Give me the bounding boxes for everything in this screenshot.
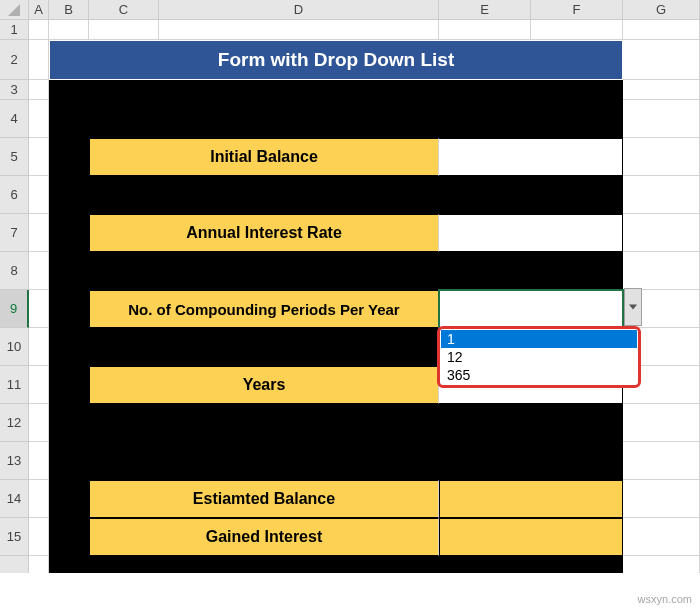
cell-B11[interactable] — [49, 366, 89, 404]
input-annual-rate[interactable] — [439, 214, 623, 252]
cell-F1[interactable] — [531, 20, 623, 40]
cell-Grem[interactable] — [623, 556, 700, 573]
cell-G4[interactable] — [623, 100, 700, 138]
input-compounding[interactable] — [439, 290, 623, 328]
cell-G3[interactable] — [623, 80, 700, 100]
row-header-rem[interactable] — [0, 556, 29, 573]
cell-Arem[interactable] — [29, 556, 49, 573]
col-header-A[interactable]: A — [29, 0, 49, 20]
dropdown-option-1[interactable]: 1 — [441, 330, 637, 348]
cell-B1[interactable] — [49, 20, 89, 40]
output-gained-interest[interactable] — [439, 518, 623, 556]
cell-B14[interactable] — [49, 480, 89, 518]
row-header-10[interactable]: 10 — [0, 328, 29, 366]
dropdown-option-12[interactable]: 12 — [441, 348, 637, 366]
cell-G12[interactable] — [623, 404, 700, 442]
cell-B3-F3[interactable] — [49, 80, 623, 100]
cell-D1[interactable] — [159, 20, 439, 40]
cell-B4-F4[interactable] — [49, 100, 623, 138]
cell-A15[interactable] — [29, 518, 49, 556]
row-5: 5 Initial Balance — [0, 138, 700, 176]
cell-G8[interactable] — [623, 252, 700, 290]
row-header-3[interactable]: 3 — [0, 80, 29, 100]
cell-G14[interactable] — [623, 480, 700, 518]
label-annual-rate[interactable]: Annual Interest Rate — [89, 214, 439, 252]
label-years[interactable]: Years — [89, 366, 439, 404]
cell-A13[interactable] — [29, 442, 49, 480]
row-12: 12 — [0, 404, 700, 442]
label-initial-balance[interactable]: Initial Balance — [89, 138, 439, 176]
cell-G13[interactable] — [623, 442, 700, 480]
label-compounding[interactable]: No. of Compounding Periods Per Year — [89, 290, 439, 328]
cell-A6[interactable] — [29, 176, 49, 214]
row-15: 15 Gained Interest — [0, 518, 700, 556]
form-title[interactable]: Form with Drop Down List — [49, 40, 623, 80]
cell-B6-F6[interactable] — [49, 176, 623, 214]
row-header-6[interactable]: 6 — [0, 176, 29, 214]
row-header-12[interactable]: 12 — [0, 404, 29, 442]
cell-rem[interactable] — [49, 556, 623, 573]
cell-A10[interactable] — [29, 328, 49, 366]
col-header-F[interactable]: F — [531, 0, 623, 20]
row-header-2[interactable]: 2 — [0, 40, 29, 80]
chevron-down-icon — [629, 304, 637, 310]
cell-A11[interactable] — [29, 366, 49, 404]
cell-G15[interactable] — [623, 518, 700, 556]
cell-B5[interactable] — [49, 138, 89, 176]
cell-G2[interactable] — [623, 40, 700, 80]
row-header-4[interactable]: 4 — [0, 100, 29, 138]
cell-A5[interactable] — [29, 138, 49, 176]
cell-G6[interactable] — [623, 176, 700, 214]
row-header-11[interactable]: 11 — [0, 366, 29, 404]
dropdown-arrow-button[interactable] — [624, 288, 642, 326]
row-header-13[interactable]: 13 — [0, 442, 29, 480]
cell-G7[interactable] — [623, 214, 700, 252]
cell-B12-F12[interactable] — [49, 404, 623, 442]
cell-A2[interactable] — [29, 40, 49, 80]
cell-A7[interactable] — [29, 214, 49, 252]
row-8: 8 — [0, 252, 700, 290]
row-9: 9 No. of Compounding Periods Per Year — [0, 290, 700, 328]
col-header-G[interactable]: G — [623, 0, 700, 20]
col-header-C[interactable]: C — [89, 0, 159, 20]
cell-B8-F8[interactable] — [49, 252, 623, 290]
cell-B15[interactable] — [49, 518, 89, 556]
output-est-balance[interactable] — [439, 480, 623, 518]
cell-G1[interactable] — [623, 20, 700, 40]
col-header-E[interactable]: E — [439, 0, 531, 20]
label-gained-interest[interactable]: Gained Interest — [89, 518, 439, 556]
cell-A4[interactable] — [29, 100, 49, 138]
row-header-8[interactable]: 8 — [0, 252, 29, 290]
cell-B13-F13[interactable] — [49, 442, 623, 480]
cell-B9[interactable] — [49, 290, 89, 328]
input-initial-balance[interactable] — [439, 138, 623, 176]
col-header-B[interactable]: B — [49, 0, 89, 20]
row-4: 4 — [0, 100, 700, 138]
cell-A3[interactable] — [29, 80, 49, 100]
label-est-balance[interactable]: Estiamted Balance — [89, 480, 439, 518]
row-header-7[interactable]: 7 — [0, 214, 29, 252]
cell-E1[interactable] — [439, 20, 531, 40]
dropdown-list[interactable]: 1 12 365 — [437, 326, 641, 388]
select-all-corner[interactable] — [0, 0, 29, 20]
cell-A9[interactable] — [29, 290, 49, 328]
cell-G5[interactable] — [623, 138, 700, 176]
cell-B7[interactable] — [49, 214, 89, 252]
cell-A12[interactable] — [29, 404, 49, 442]
col-header-D[interactable]: D — [159, 0, 439, 20]
row-13: 13 — [0, 442, 700, 480]
row-header-15[interactable]: 15 — [0, 518, 29, 556]
cell-A8[interactable] — [29, 252, 49, 290]
dropdown-option-365[interactable]: 365 — [441, 366, 637, 384]
cell-A14[interactable] — [29, 480, 49, 518]
cell-A1[interactable] — [29, 20, 49, 40]
row-2: 2 Form with Drop Down List — [0, 40, 700, 80]
row-3: 3 — [0, 80, 700, 100]
row-header-9[interactable]: 9 — [0, 290, 29, 328]
row-7: 7 Annual Interest Rate — [0, 214, 700, 252]
row-header-14[interactable]: 14 — [0, 480, 29, 518]
spreadsheet-grid: A B C D E F G 1 2 Form with Drop Down Li… — [0, 0, 700, 573]
row-header-5[interactable]: 5 — [0, 138, 29, 176]
row-header-1[interactable]: 1 — [0, 20, 29, 40]
cell-C1[interactable] — [89, 20, 159, 40]
